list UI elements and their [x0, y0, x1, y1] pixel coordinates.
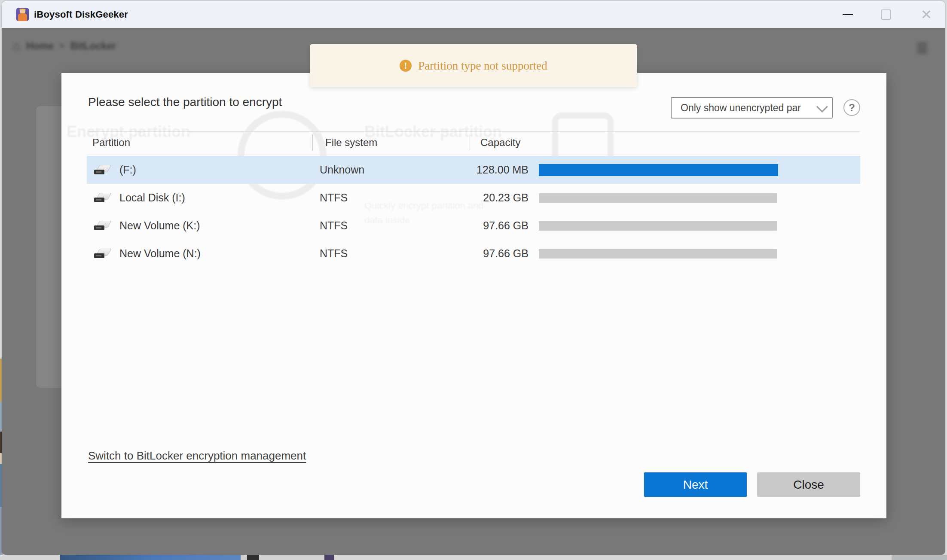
capacity-value: 97.66 GB — [406, 240, 528, 268]
home-icon[interactable]: ⌂ — [13, 40, 20, 52]
capacity-bar — [539, 193, 777, 203]
desktop-bottom-sliver — [259, 555, 324, 560]
column-divider — [312, 134, 313, 151]
help-button[interactable]: ? — [843, 99, 860, 116]
table-header: Partition File system Capacity — [87, 132, 860, 153]
partition-name: New Volume (K:) — [119, 212, 200, 240]
capacity-value: 128.00 MB — [406, 156, 528, 184]
help-question-glyph: ? — [849, 102, 855, 114]
title-bar: iBoysoft DiskGeeker ✕ — [2, 1, 945, 28]
capacity-bar — [539, 249, 777, 259]
desktop-bottom-sliver — [0, 555, 60, 560]
desktop-bottom-sliver — [60, 555, 241, 560]
partition-name: Local Disk (I:) — [119, 184, 185, 212]
breadcrumb-home[interactable]: Home — [26, 40, 54, 52]
breadcrumb: ⌂ Home > BitLocker — [13, 40, 116, 52]
capacity-bar — [539, 164, 778, 176]
minimize-icon — [843, 14, 853, 15]
column-divider — [470, 134, 470, 151]
partition-name: New Volume (N:) — [119, 240, 201, 268]
close-button[interactable]: Close — [757, 472, 860, 497]
partition-table-body: (F:) Unknown 128.00 MB Local Disk (I:) N… — [87, 156, 860, 268]
maximize-icon — [881, 9, 891, 20]
file-system: Unknown — [320, 156, 364, 184]
close-window-button[interactable]: ✕ — [913, 1, 940, 28]
column-header-capacity: Capacity — [480, 132, 520, 153]
minimize-button[interactable] — [834, 1, 861, 28]
file-system: NTFS — [320, 184, 348, 212]
capacity-value: 97.66 GB — [406, 212, 528, 240]
disk-drive-icon — [94, 248, 110, 259]
column-header-partition: Partition — [92, 132, 130, 153]
warning-exclamation-icon: ! — [400, 60, 412, 72]
chevron-down-icon — [816, 101, 828, 113]
window-title: iBoysoft DiskGeeker — [34, 1, 128, 28]
file-system: NTFS — [320, 240, 348, 268]
capacity-value: 20.23 GB — [406, 184, 528, 212]
disk-drive-icon — [94, 164, 110, 176]
breadcrumb-current: BitLocker — [70, 40, 116, 52]
partition-row[interactable]: New Volume (K:) NTFS 97.66 GB — [87, 212, 860, 240]
next-button[interactable]: Next — [644, 472, 747, 497]
breadcrumb-separator: > — [60, 41, 64, 51]
partition-name: (F:) — [119, 156, 136, 184]
file-system: NTFS — [320, 212, 348, 240]
desktop-bottom-sliver — [334, 555, 892, 560]
partition-row[interactable]: Local Disk (I:) NTFS 20.23 GB — [87, 184, 860, 212]
disk-drive-icon — [94, 192, 110, 204]
desktop-bottom-sliver — [247, 555, 259, 560]
disk-drive-icon — [94, 220, 110, 231]
switch-bitlocker-link[interactable]: Switch to BitLocker encryption managemen… — [88, 449, 306, 463]
app-window: iBoysoft DiskGeeker ✕ ⌂ Home > BitLocker… — [2, 1, 945, 555]
warning-toast: ! Partition type not supported — [310, 44, 637, 87]
partition-row[interactable]: New Volume (N:) NTFS 97.66 GB — [87, 240, 860, 268]
desktop-bottom-sliver — [324, 555, 334, 560]
dialog-heading: Please select the partition to encrypt — [88, 95, 282, 109]
close-icon: ✕ — [921, 8, 932, 21]
header-divider — [87, 155, 860, 155]
partition-select-dialog: Encrypt partition BitLocker partition Qu… — [61, 73, 886, 518]
hamburger-menu-icon[interactable]: ☰ — [916, 41, 928, 56]
maximize-button[interactable] — [872, 1, 900, 28]
filter-dropdown[interactable]: Only show unencrypted par — [671, 97, 833, 119]
filter-dropdown-value: Only show unencrypted par — [681, 102, 813, 114]
capacity-bar — [539, 221, 777, 231]
desktop-bottom-sliver — [892, 555, 947, 560]
toast-message: Partition type not supported — [418, 59, 547, 73]
partition-row[interactable]: (F:) Unknown 128.00 MB — [87, 156, 860, 184]
desktop-bottom-sliver — [241, 555, 247, 560]
column-header-filesystem: File system — [325, 132, 377, 153]
app-logo-icon — [16, 8, 29, 21]
